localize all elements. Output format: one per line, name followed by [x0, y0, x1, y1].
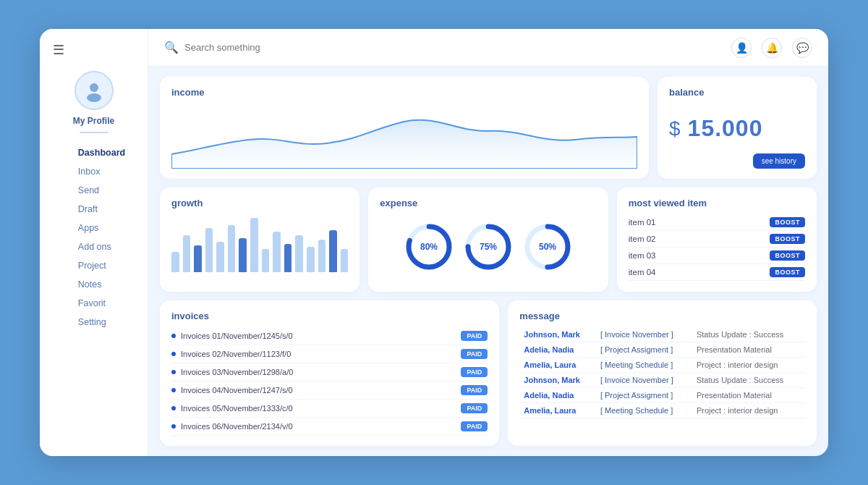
msg-sender[interactable]: Johnson, Mark [519, 327, 596, 342]
item-name: item 02 [629, 235, 656, 243]
paid-badge: PAID [461, 367, 488, 377]
boost-badge[interactable]: BOOST [770, 234, 805, 244]
see-history-button[interactable]: see history [753, 153, 805, 169]
invoice-row: Invoices 06/November/2134/v/0 PAID [171, 418, 488, 436]
bar-13 [318, 240, 326, 272]
invoice-dot [171, 370, 176, 374]
bar-8 [262, 249, 270, 273]
menu-icon[interactable]: ☰ [53, 42, 64, 58]
invoices-title: invoices [171, 311, 488, 321]
search-input[interactable] [184, 42, 344, 53]
item-name: item 01 [629, 218, 656, 227]
bar-4 [216, 242, 224, 272]
messages-card: message Johnson, Mark [ Invoice November… [508, 300, 817, 446]
msg-sender[interactable]: Johnson, Mark [519, 372, 596, 387]
invoice-dot [171, 406, 176, 410]
message-row: Johnson, Mark [ Invoice November ] Statu… [519, 327, 805, 342]
profile-name: My Profile [73, 116, 114, 126]
msg-tag: [ Invoice November ] [596, 372, 692, 387]
header-icons: 👤 🔔 💬 [731, 38, 812, 58]
msg-sender[interactable]: Adelia, Nadia [519, 387, 596, 402]
invoice-name: Invoices 02/November/1123/f/0 [171, 350, 291, 358]
msg-desc: Status Update : Success [692, 327, 805, 342]
most-viewed-item: item 04 BOOST [629, 264, 805, 281]
chat-icon[interactable]: 💬 [792, 38, 812, 58]
invoice-dot [171, 388, 176, 392]
msg-sender[interactable]: Amelia, Laura [519, 357, 596, 372]
msg-tag: [ Invoice November ] [596, 327, 692, 342]
profile-divider [80, 132, 109, 133]
invoice-name: Invoices 04/November/1247/s/0 [171, 386, 293, 395]
boost-badge[interactable]: BOOST [770, 267, 805, 277]
user-icon[interactable]: 👤 [731, 38, 752, 58]
balance-card: balance $ 15.000 see history [658, 77, 817, 179]
most-viewed-list: item 01 BOOSTitem 02 BOOSTitem 03 BOOSTi… [629, 214, 805, 281]
sidebar-item-notes[interactable]: Notes [62, 275, 125, 294]
most-viewed-card: most viewed item item 01 BOOSTitem 02 BO… [617, 187, 817, 291]
invoice-name: Invoices 05/November/1333/c/0 [171, 404, 293, 413]
bar-7 [250, 218, 258, 272]
donut-wrap: 80% [404, 222, 454, 271]
expense-circles: 80% 75% 50% [380, 214, 597, 279]
invoice-list: Invoices 01/November/1245/s/0 PAID Invoi… [171, 327, 488, 436]
app-window: ☰ My Profile DashboardInboxSendDraftApps… [40, 29, 828, 456]
sidebar-item-setting[interactable]: Setting [62, 313, 125, 332]
msg-desc: Presentation Material [692, 342, 805, 357]
messages-title: message [519, 311, 805, 321]
msg-tag: [ Meeting Schedule ] [596, 402, 692, 418]
growth-bar-chart [171, 214, 348, 272]
expense-card: expense 80% 75% 50% [368, 187, 608, 291]
donut: 75% [464, 222, 513, 271]
bar-2 [194, 245, 202, 273]
bell-icon[interactable]: 🔔 [762, 38, 782, 58]
bar-15 [341, 249, 349, 273]
content: income balance [148, 67, 828, 456]
bar-10 [284, 244, 292, 272]
invoice-name: Invoices 01/November/1245/s/0 [171, 332, 293, 340]
msg-tag: [ Meeting Schedule ] [596, 357, 692, 372]
sidebar-item-draft[interactable]: Draft [62, 200, 125, 219]
paid-badge: PAID [461, 349, 488, 359]
balance-number: 15.000 [688, 115, 763, 142]
msg-tag: [ Project Assigment ] [596, 387, 692, 402]
message-row: Johnson, Mark [ Invoice November ] Statu… [519, 372, 805, 387]
donut: 80% [404, 222, 454, 271]
msg-sender[interactable]: Amelia, Laura [519, 402, 596, 418]
donut-wrap: 75% [464, 222, 513, 271]
sidebar-item-dashboard[interactable]: Dashboard [62, 143, 125, 162]
nav-list: DashboardInboxSendDraftAppsAdd onsProjec… [62, 143, 125, 332]
msg-sender[interactable]: Adelia, Nadia [519, 342, 596, 357]
balance-title: balance [669, 87, 805, 98]
invoice-row: Invoices 01/November/1245/s/0 PAID [171, 327, 488, 345]
main-area: 🔍 👤 🔔 💬 income [148, 29, 828, 456]
invoice-name: Invoices 03/November/1298/a/0 [171, 368, 293, 376]
invoice-row: Invoices 05/November/1333/c/0 PAID [171, 400, 488, 418]
row2: growth expense 80% 75% [160, 187, 817, 291]
message-row: Adelia, Nadia [ Project Assigment ] Pres… [519, 342, 805, 357]
sidebar-item-send[interactable]: Send [62, 181, 125, 200]
bar-1 [183, 235, 191, 273]
msg-tag: [ Project Assigment ] [596, 342, 692, 357]
most-viewed-item: item 01 BOOST [629, 214, 805, 231]
paid-badge: PAID [461, 421, 488, 431]
paid-badge: PAID [461, 403, 488, 413]
sidebar-item-apps[interactable]: Apps [62, 219, 125, 237]
income-card: income [160, 77, 649, 179]
search-wrap: 🔍 [164, 41, 724, 54]
bar-11 [295, 235, 303, 273]
sidebar-item-inbox[interactable]: Inbox [62, 162, 125, 181]
most-viewed-title: most viewed item [629, 198, 805, 208]
sidebar-item-add-ons[interactable]: Add ons [62, 237, 125, 256]
svg-point-1 [87, 93, 101, 102]
invoice-name: Invoices 06/November/2134/v/0 [171, 422, 293, 431]
boost-badge[interactable]: BOOST [770, 217, 805, 227]
msg-desc: Status Update : Success [692, 372, 805, 387]
income-chart [171, 104, 637, 169]
boost-badge[interactable]: BOOST [770, 250, 805, 261]
header: 🔍 👤 🔔 💬 [148, 29, 828, 67]
invoice-row: Invoices 03/November/1298/a/0 PAID [171, 363, 488, 381]
sidebar-item-project[interactable]: Project [62, 256, 125, 275]
growth-card: growth [160, 187, 359, 291]
message-row: Amelia, Laura [ Meeting Schedule ] Proje… [519, 402, 805, 418]
sidebar-item-favorit[interactable]: Favorit [62, 294, 125, 313]
